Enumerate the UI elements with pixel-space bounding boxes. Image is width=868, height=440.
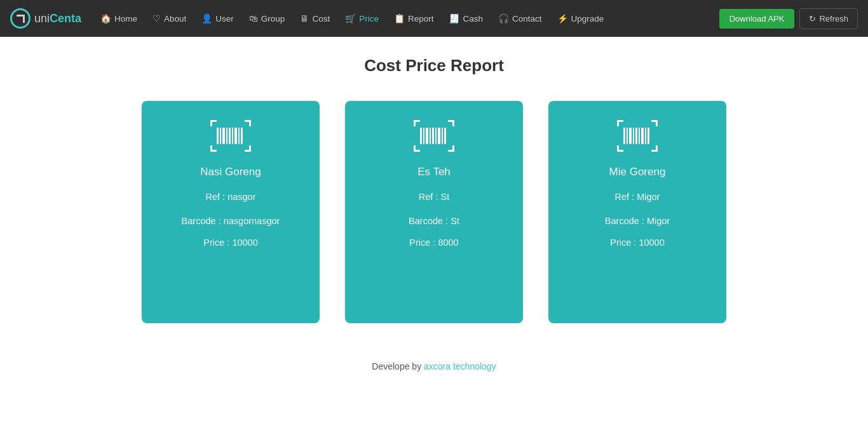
- page-title: Cost Price Report: [13, 56, 855, 76]
- svg-rect-44: [629, 128, 632, 144]
- nav-contact-label: Contact: [512, 14, 542, 23]
- product-price-2: Price : 10000: [610, 237, 664, 248]
- product-name-2: Mie Goreng: [609, 166, 666, 178]
- nav-price[interactable]: 🛒 Price: [339, 8, 385, 29]
- footer: Develope by axcora technology: [0, 342, 868, 384]
- product-card-1: Es Teh Ref : St Barcode : St Price : 800…: [345, 101, 523, 323]
- product-name-1: Es Teh: [417, 166, 451, 178]
- svg-rect-35: [617, 120, 619, 126]
- svg-rect-45: [633, 128, 634, 144]
- svg-rect-50: [648, 128, 649, 144]
- barcode-icon-1: [414, 120, 454, 152]
- nav-report-label: Report: [408, 14, 434, 23]
- svg-rect-14: [234, 128, 237, 144]
- report-icon: 📋: [394, 13, 405, 23]
- product-price-1: Price : 8000: [409, 237, 458, 248]
- svg-rect-29: [432, 128, 434, 144]
- svg-rect-15: [238, 128, 240, 144]
- about-icon: ♡: [153, 13, 161, 23]
- product-name-0: Nasi Goreng: [200, 166, 261, 178]
- svg-rect-39: [617, 145, 619, 152]
- svg-rect-48: [641, 128, 644, 144]
- nav-cost[interactable]: 🖥 Cost: [294, 8, 336, 29]
- logo-icon: [10, 8, 31, 29]
- svg-rect-11: [226, 128, 227, 144]
- product-ref-2: Ref : Migor: [615, 190, 660, 204]
- nav-contact[interactable]: 🎧 Contact: [492, 8, 548, 29]
- nav-cash[interactable]: 🧾 Cash: [442, 8, 489, 29]
- svg-rect-16: [241, 128, 243, 144]
- svg-rect-18: [414, 120, 416, 126]
- brand-name: uniCenta: [34, 12, 81, 25]
- svg-rect-42: [623, 128, 625, 144]
- product-barcode-0: Barcode : nasgornasgor: [182, 216, 280, 226]
- footer-text: Develope by: [372, 361, 424, 371]
- svg-rect-5: [210, 145, 212, 152]
- svg-rect-3: [249, 120, 251, 126]
- svg-rect-49: [645, 128, 646, 144]
- nav-items: 🏠 Home ♡ About 👤 User 🛍 Group 🖥 Cost 🛒 P…: [94, 8, 713, 29]
- nav-price-label: Price: [359, 14, 379, 23]
- svg-rect-31: [438, 128, 440, 144]
- price-icon: 🛒: [345, 13, 356, 23]
- svg-rect-47: [639, 128, 640, 144]
- svg-rect-30: [435, 128, 437, 144]
- product-ref-1: Ref : St: [419, 190, 449, 204]
- svg-rect-25: [420, 128, 422, 144]
- refresh-button[interactable]: ↻ Refresh: [799, 8, 858, 29]
- nav-cash-label: Cash: [463, 14, 483, 23]
- products-grid: Nasi Goreng Ref : nasgor Barcode : nasgo…: [13, 101, 855, 323]
- main-content: Cost Price Report: [0, 37, 868, 342]
- svg-rect-26: [423, 128, 424, 144]
- svg-rect-20: [452, 120, 454, 126]
- nav-group-label: Group: [261, 14, 285, 23]
- home-icon: 🏠: [100, 13, 111, 23]
- navbar: uniCenta 🏠 Home ♡ About 👤 User 🛍 Group 🖥…: [0, 0, 868, 37]
- contact-icon: 🎧: [498, 13, 509, 23]
- svg-rect-46: [635, 128, 637, 144]
- nav-user-label: User: [215, 14, 234, 23]
- nav-about[interactable]: ♡ About: [146, 8, 193, 29]
- barcode-icon-0: [210, 120, 251, 152]
- product-ref-0: Ref : nasgor: [206, 190, 256, 204]
- svg-rect-1: [210, 120, 212, 126]
- svg-rect-8: [217, 128, 219, 144]
- nav-actions: Download APK ↻ Refresh: [719, 8, 858, 29]
- brand-uni: uni: [34, 12, 50, 25]
- svg-rect-22: [414, 145, 416, 152]
- nav-about-label: About: [164, 14, 186, 23]
- nav-upgrade[interactable]: ⚡ Upgrade: [551, 8, 611, 29]
- user-icon: 👤: [201, 13, 212, 23]
- cash-icon: 🧾: [449, 13, 459, 23]
- svg-rect-9: [220, 128, 221, 144]
- svg-rect-37: [656, 120, 658, 126]
- svg-rect-28: [430, 128, 431, 144]
- refresh-icon: ↻: [809, 14, 816, 23]
- upgrade-icon: ⚡: [557, 13, 568, 23]
- svg-rect-27: [426, 128, 428, 144]
- brand-logo[interactable]: uniCenta: [10, 8, 81, 29]
- svg-rect-32: [442, 128, 443, 144]
- nav-home[interactable]: 🏠 Home: [94, 8, 144, 29]
- svg-rect-43: [627, 128, 628, 144]
- svg-rect-13: [232, 128, 233, 144]
- product-barcode-1: Barcode : St: [409, 216, 459, 226]
- product-price-0: Price : 10000: [203, 237, 257, 248]
- nav-group[interactable]: 🛍 Group: [243, 8, 292, 29]
- nav-user[interactable]: 👤 User: [195, 8, 240, 29]
- svg-rect-33: [444, 128, 446, 144]
- group-icon: 🛍: [249, 13, 258, 23]
- download-apk-button[interactable]: Download APK: [719, 9, 795, 29]
- svg-rect-7: [249, 145, 251, 152]
- brand-centa: Centa: [50, 12, 81, 25]
- barcode-icon-2: [617, 120, 658, 152]
- refresh-label: Refresh: [819, 14, 848, 23]
- footer-link[interactable]: axcora technology: [424, 361, 496, 371]
- svg-rect-24: [452, 145, 454, 152]
- nav-upgrade-label: Upgrade: [571, 14, 604, 23]
- svg-rect-12: [229, 128, 231, 144]
- svg-rect-41: [656, 145, 658, 152]
- nav-report[interactable]: 📋 Report: [388, 8, 440, 29]
- nav-home-label: Home: [114, 14, 137, 23]
- product-card-2: Mie Goreng Ref : Migor Barcode : Migor P…: [548, 101, 726, 323]
